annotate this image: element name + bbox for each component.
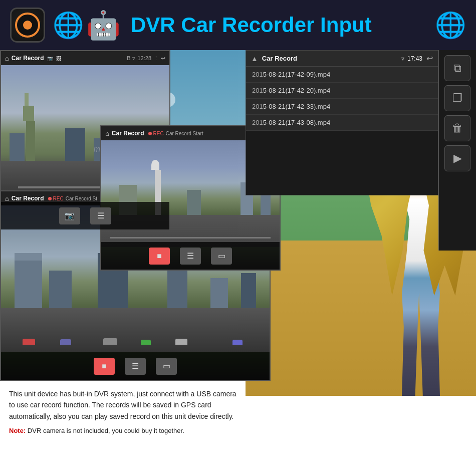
globe-left-icon: 🌐 bbox=[53, 11, 84, 40]
file-year-4: 201 bbox=[252, 119, 263, 126]
cam-icon-1: 📷 bbox=[47, 56, 53, 61]
file-year-2: 201 bbox=[252, 87, 263, 94]
list-btn-3[interactable]: ☰ bbox=[125, 358, 146, 375]
file-name-2: 5-08-21(17-42-20).mp4 bbox=[263, 87, 330, 94]
rec-start-3: Car Record St bbox=[66, 196, 97, 201]
main-content: mongent ⌂ Car Record 📷 🖼 B ▿ 12:28 ⋮ ↩ 📷… bbox=[0, 50, 476, 476]
file-panel-header: ▲ Car Record ▿ 17:43 ↩ bbox=[246, 51, 438, 67]
delete-icon: 🗑 bbox=[452, 122, 463, 135]
menu-icon-1[interactable]: ⋮ bbox=[153, 55, 159, 62]
file-list-panel: ▲ Car Record ▿ 17:43 ↩ 2015-08-21(17-42-… bbox=[246, 50, 438, 195]
rec-indicator-2: REC bbox=[148, 131, 164, 136]
play-button[interactable]: ▶ bbox=[444, 145, 470, 171]
rec-dot-2 bbox=[148, 132, 152, 135]
back-icon-1[interactable]: ↩ bbox=[161, 55, 165, 62]
screen1-statusbar: ⌂ Car Record 📷 🖼 B ▿ 12:28 ⋮ ↩ bbox=[1, 51, 169, 65]
nav-up-icon[interactable]: ▲ bbox=[251, 55, 258, 63]
file-item-3[interactable]: 2015-08-21(17-42-33).mp4 bbox=[246, 99, 438, 115]
home-icon-1: ⌂ bbox=[5, 55, 9, 62]
rec-start-2: Car Record Start bbox=[166, 131, 203, 136]
stop-btn-2[interactable]: ■ bbox=[149, 248, 170, 265]
screen2-title: Car Record bbox=[112, 130, 144, 137]
rec-indicator-3: REC bbox=[48, 196, 64, 201]
globe-right-icon: 🌐 bbox=[435, 11, 466, 40]
page-header: 🌐 🤖 DVR Car Recorder Input 🌐 bbox=[0, 0, 476, 50]
page-title: DVR Car Recorder Input bbox=[131, 13, 435, 37]
screen1-title: Car Record bbox=[12, 55, 44, 62]
copy-icon: ⧉ bbox=[453, 62, 461, 75]
rec-label-3: REC bbox=[53, 196, 64, 201]
stop-btn-3[interactable]: ■ bbox=[94, 358, 115, 375]
file-panel-status: ▿ 17:43 bbox=[401, 55, 422, 62]
bottom-text-area: This unit device has buit-in DVR system,… bbox=[0, 381, 246, 476]
list-btn-2[interactable]: ☰ bbox=[180, 248, 201, 265]
file-name-1: 5-08-21(17-42-09).mp4 bbox=[263, 71, 330, 78]
play-icon: ▶ bbox=[453, 152, 462, 165]
file-item-2[interactable]: 2015-08-21(17-42-20).mp4 bbox=[246, 83, 438, 99]
screen3-controls: ■ ☰ ▭ bbox=[1, 352, 270, 380]
frame-btn-2[interactable]: ▭ bbox=[211, 248, 232, 265]
rec-dot-3 bbox=[48, 197, 52, 200]
copy2-button[interactable]: ❐ bbox=[444, 85, 470, 111]
note-label: Note: bbox=[9, 427, 26, 434]
screen2-controls: ■ ☰ ▭ bbox=[101, 242, 280, 270]
file-item-4[interactable]: 2015-08-21(17-43-08).mp4 bbox=[246, 115, 438, 131]
img-icon-1: 🖼 bbox=[56, 56, 61, 61]
rec-label-2: REC bbox=[153, 131, 164, 136]
time-panel: 17:43 bbox=[407, 55, 422, 62]
robot-icon: 🤖 bbox=[86, 9, 121, 42]
delete-button[interactable]: 🗑 bbox=[444, 115, 470, 141]
file-year-1: 201 bbox=[252, 71, 263, 78]
copy2-icon: ❐ bbox=[452, 92, 462, 105]
screen3-title: Car Record bbox=[12, 195, 44, 202]
wifi-icon-1: ▿ bbox=[132, 55, 135, 62]
note-text: Note: DVR camera is not included, you co… bbox=[9, 426, 236, 436]
file-panel-title: Car Record bbox=[262, 55, 401, 62]
list-btn-1[interactable]: ☰ bbox=[90, 207, 111, 224]
frame-btn-3[interactable]: ▭ bbox=[156, 358, 177, 375]
note-content: DVR camera is not included, you could bu… bbox=[28, 427, 184, 434]
back-btn-panel[interactable]: ↩ bbox=[426, 54, 433, 63]
home-icon-2: ⌂ bbox=[105, 130, 109, 137]
file-item-1[interactable]: 2015-08-21(17-42-09).mp4 bbox=[246, 67, 438, 83]
home-icon-3: ⌂ bbox=[5, 195, 9, 202]
file-list: 2015-08-21(17-42-09).mp4 2015-08-21(17-4… bbox=[246, 67, 438, 131]
bt-icon-1: B bbox=[127, 55, 130, 61]
screen1-controls: 📷 ☰ bbox=[1, 202, 169, 229]
dvr-app-icon bbox=[10, 8, 45, 43]
screen1-status-right: B ▿ 12:28 ⋮ ↩ bbox=[127, 55, 165, 62]
main-description: This unit device has buit-in DVR system,… bbox=[9, 388, 236, 422]
time-1: 12:28 bbox=[137, 55, 151, 61]
wifi-icon-panel: ▿ bbox=[401, 55, 404, 62]
action-buttons-panel: ⧉ ❐ 🗑 ▶ bbox=[438, 50, 476, 251]
file-name-4: 5-08-21(17-43-08).mp4 bbox=[263, 119, 330, 126]
file-year-3: 201 bbox=[252, 103, 263, 110]
copy-button[interactable]: ⧉ bbox=[444, 55, 470, 81]
file-name-3: 5-08-21(17-42-33).mp4 bbox=[263, 103, 330, 110]
cam-btn-1[interactable]: 📷 bbox=[59, 207, 80, 224]
robot-area: 🌐 🤖 bbox=[50, 9, 121, 42]
